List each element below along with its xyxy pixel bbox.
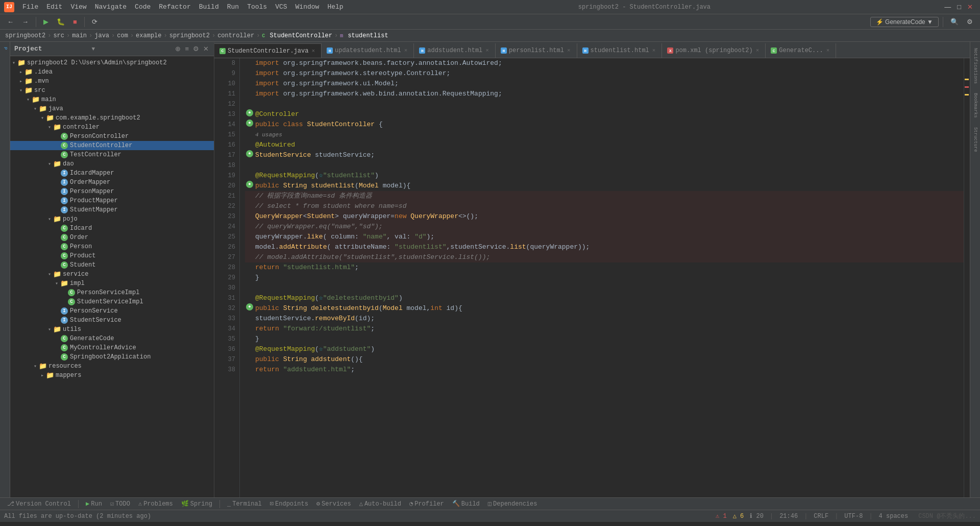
btn-build[interactable]: 🔨 Build: [449, 499, 483, 509]
tree-item-resources[interactable]: ▾📁resources: [10, 362, 214, 371]
toolbar-search-btn[interactable]: 🔍: [947, 17, 962, 27]
tab-close-0[interactable]: ×: [310, 48, 316, 54]
menu-file[interactable]: File: [18, 2, 42, 12]
status-hints[interactable]: ℹ 20: [750, 512, 764, 520]
project-collapse[interactable]: ≡: [184, 44, 190, 54]
toolbar-debug-btn[interactable]: 🐛: [54, 17, 68, 27]
breadcrumb-example[interactable]: example: [136, 32, 161, 39]
status-indent[interactable]: 4 spaces: [879, 513, 909, 520]
tree-item-pojo[interactable]: ▾📁pojo: [10, 214, 214, 224]
tree-item-StudentService[interactable]: IStudentService: [10, 316, 214, 325]
tab-close-6[interactable]: ×: [825, 47, 831, 54]
tree-item-dao[interactable]: ▾📁dao: [10, 159, 214, 169]
status-warnings[interactable]: △ 6: [733, 512, 744, 520]
generate-code-button[interactable]: ⚡ GenerateCode ▼: [870, 17, 939, 27]
menu-code[interactable]: Code: [131, 2, 155, 12]
code-editor[interactable]: import org.springframework.beans.factory…: [240, 58, 964, 497]
tab-close-4[interactable]: ×: [651, 47, 657, 54]
project-close[interactable]: ✕: [202, 44, 210, 54]
editor-tab-0[interactable]: CStudentController.java×: [214, 43, 322, 58]
breadcrumb-studentcontroller[interactable]: C StudentController: [262, 32, 332, 39]
menu-view[interactable]: View: [66, 2, 90, 12]
editor-tab-3[interactable]: Hpersonlist.html×: [496, 43, 577, 58]
minimize-button[interactable]: —: [941, 2, 954, 12]
btn-spring[interactable]: 🌿 Spring: [178, 499, 215, 509]
btn-version-control[interactable]: ⎇ Version Control: [4, 499, 74, 509]
tab-close-2[interactable]: ×: [484, 47, 490, 54]
tree-item-StudentMapper[interactable]: IStudentMapper: [10, 205, 214, 214]
editor-tab-1[interactable]: Hupdatestudent.html×: [322, 43, 414, 58]
tree-item-Springboot2Application[interactable]: CSpringboot2Application: [10, 352, 214, 362]
menu-run[interactable]: Run: [223, 2, 243, 12]
status-position[interactable]: 21:46: [779, 513, 798, 520]
toolbar-forward-btn[interactable]: →: [19, 17, 32, 27]
tree-item-PersonServiceImpl[interactable]: CPersonServiceImpl: [10, 288, 214, 297]
tree-item-Order[interactable]: COrder: [10, 233, 214, 242]
breadcrumb-main[interactable]: main: [72, 32, 87, 39]
project-scroll-up[interactable]: ⊕: [174, 44, 182, 54]
editor-tab-6[interactable]: CGenerateC...×: [766, 43, 836, 58]
tree-item-mappers[interactable]: ▸📁mappers: [10, 371, 214, 380]
maximize-button[interactable]: □: [954, 2, 964, 12]
tree-item-springboot2[interactable]: ▾📁springboot2 D:\Users\Admin\springboot2: [10, 58, 214, 67]
toolbar-sync-btn[interactable]: ⟳: [89, 17, 101, 27]
right-tab-structure[interactable]: Structure: [972, 123, 979, 156]
tree-item-PersonService[interactable]: IPersonService: [10, 306, 214, 316]
tab-close-3[interactable]: ×: [566, 47, 572, 54]
tree-item-service[interactable]: ▾📁service: [10, 270, 214, 279]
breadcrumb-com[interactable]: com: [117, 32, 128, 39]
btn-auto-build[interactable]: △ Auto-build: [356, 499, 404, 509]
status-charset[interactable]: UTF-8: [844, 513, 863, 520]
tree-item-idea[interactable]: ▸📁.idea: [10, 67, 214, 77]
tree-item-Idcard[interactable]: CIdcard: [10, 224, 214, 233]
tree-item-impl[interactable]: ▾📁impl: [10, 279, 214, 288]
tree-item-GenerateCode[interactable]: CGenerateCode: [10, 334, 214, 343]
btn-todo[interactable]: ☑ TODO: [107, 499, 133, 509]
menu-vcs[interactable]: VCS: [271, 2, 291, 12]
right-tab-notifications[interactable]: Notifications: [972, 44, 979, 88]
tree-item-com_example[interactable]: ▾📁com.example.springboot2: [10, 113, 214, 123]
tree-item-PersonController[interactable]: CPersonController: [10, 132, 214, 141]
tree-item-TestController[interactable]: CTestController: [10, 150, 214, 159]
tree-item-StudentServiceImpl[interactable]: CStudentServiceImpl: [10, 297, 214, 306]
btn-problems[interactable]: ⚠ Problems: [135, 499, 176, 509]
menu-tools[interactable]: Tools: [243, 2, 271, 12]
editor-tab-5[interactable]: Xpom.xml (springboot2)×: [662, 43, 766, 58]
tab-close-1[interactable]: ×: [403, 47, 409, 54]
sidebar-project-icon[interactable]: P: [1, 44, 10, 53]
tree-item-Student[interactable]: CStudent: [10, 260, 214, 270]
tree-item-utils[interactable]: ▾📁utils: [10, 325, 214, 334]
breadcrumb-studentlist[interactable]: m studentlist: [340, 32, 388, 39]
tree-item-MyControllerAdvice[interactable]: CMyControllerAdvice: [10, 343, 214, 352]
breadcrumb-springboot2[interactable]: springboot2: [5, 32, 45, 39]
toolbar-run-btn[interactable]: ▶: [40, 17, 52, 27]
close-button[interactable]: ✕: [964, 2, 976, 12]
tree-item-java[interactable]: ▾📁java: [10, 104, 214, 113]
tree-item-Person[interactable]: CPerson: [10, 242, 214, 251]
tree-item-StudentController[interactable]: CStudentController: [10, 141, 214, 150]
tree-item-mvn[interactable]: ▸📁.mvn: [10, 77, 214, 86]
tab-close-5[interactable]: ×: [755, 47, 761, 54]
breadcrumb-controller[interactable]: controller: [217, 32, 254, 39]
tree-item-OrderMapper[interactable]: IOrderMapper: [10, 178, 214, 187]
tree-item-main[interactable]: ▾📁main: [10, 95, 214, 104]
btn-endpoints[interactable]: ⊡ Endpoints: [267, 499, 311, 509]
btn-profiler[interactable]: ◔ Profiler: [406, 499, 447, 509]
btn-run[interactable]: ▶ Run: [83, 499, 105, 509]
menu-navigate[interactable]: Navigate: [91, 2, 131, 12]
menu-edit[interactable]: Edit: [42, 2, 66, 12]
btn-terminal[interactable]: _ Terminal: [224, 499, 265, 509]
btn-services[interactable]: ⚙ Services: [313, 499, 354, 509]
project-settings[interactable]: ⚙: [192, 44, 200, 54]
toolbar-stop-btn[interactable]: ■: [70, 17, 80, 27]
tree-item-PersonMapper[interactable]: IPersonMapper: [10, 187, 214, 196]
tree-item-controller[interactable]: ▾📁controller: [10, 123, 214, 132]
right-tab-bookmarks[interactable]: Bookmarks: [972, 89, 979, 122]
editor-tab-4[interactable]: Hstudentlist.html×: [577, 43, 663, 58]
menu-build[interactable]: Build: [195, 2, 223, 12]
status-errors[interactable]: ⚠ 1: [716, 512, 727, 520]
toolbar-back-btn[interactable]: ←: [4, 17, 17, 27]
tree-item-ProductMapper[interactable]: IProductMapper: [10, 196, 214, 205]
editor-tab-2[interactable]: Haddstudent.html×: [414, 43, 496, 58]
status-encoding[interactable]: CRLF: [814, 513, 828, 520]
